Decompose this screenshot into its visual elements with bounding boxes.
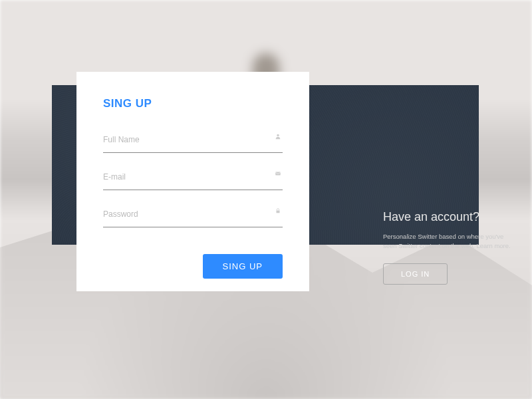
svg-rect-1	[275, 172, 281, 176]
signup-title: SING UP	[103, 97, 283, 110]
svg-rect-2	[277, 211, 280, 213]
login-section-subtitle: Personalize Switter based on where you'v…	[383, 232, 516, 251]
password-field[interactable]	[103, 209, 283, 223]
fullname-field[interactable]	[103, 135, 283, 148]
mail-icon	[275, 170, 281, 178]
lock-icon	[275, 207, 281, 215]
svg-point-0	[277, 134, 279, 136]
fullname-field-row	[103, 130, 283, 153]
password-field-row	[103, 205, 283, 227]
login-section: Have an account? Personalize Switter bas…	[383, 210, 516, 285]
user-icon	[275, 133, 281, 141]
email-field[interactable]	[103, 172, 283, 186]
signup-button[interactable]: SING UP	[203, 254, 283, 279]
email-field-row	[103, 168, 283, 190]
login-section-title: Have an account?	[383, 210, 516, 224]
signup-card: SING UP SING UP	[76, 72, 309, 291]
login-button[interactable]: LOG IN	[383, 263, 448, 285]
